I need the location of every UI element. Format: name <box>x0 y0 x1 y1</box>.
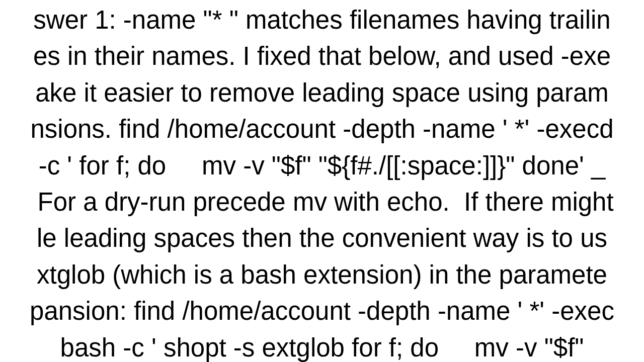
answer-body-text: swer 1: -name "* " matches filenames hav… <box>0 2 644 362</box>
